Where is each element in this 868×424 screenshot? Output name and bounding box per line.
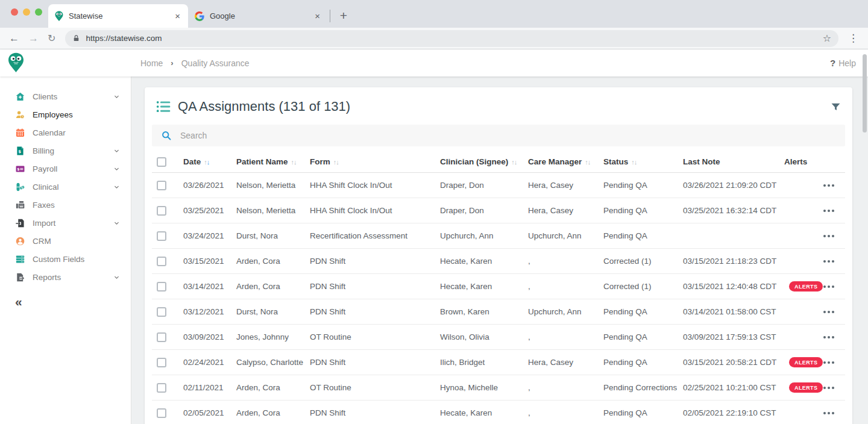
checkbox-icon[interactable] [157,332,166,342]
select-all-checkbox[interactable] [152,157,178,167]
reload-icon[interactable]: ↻ [48,34,55,43]
checkbox-icon[interactable] [157,257,166,266]
row-actions-button[interactable] [814,412,845,414]
sidebar-item-calendar[interactable]: Calendar [0,123,131,142]
column-header-form[interactable]: Form↑↓ [305,157,435,166]
row-checkbox[interactable] [152,332,178,342]
column-header-date[interactable]: Date↑↓ [178,157,231,166]
cell-last-note: 02/05/2021 22:19:10 CST [678,408,779,417]
sort-arrows-icon[interactable]: ↑↓ [585,158,590,166]
breadcrumb-home[interactable]: Home [140,58,163,68]
row-checkbox[interactable] [152,206,178,216]
window-maximize-button[interactable] [35,8,42,16]
tab-close-icon[interactable]: × [172,11,183,21]
back-icon[interactable]: ← [9,33,19,43]
row-checkbox[interactable] [152,307,178,317]
row-checkbox[interactable] [152,257,178,266]
row-actions-button[interactable] [814,184,845,187]
sidebar-item-clients[interactable]: Clients [0,87,131,105]
cell-patient: Arden, Cora [231,257,305,266]
checkbox-icon[interactable] [157,157,166,167]
bookmark-star-icon[interactable]: ☆ [823,33,831,44]
sidebar-item-faxes[interactable]: Faxes [0,196,131,214]
cell-care-manager: Upchurch, Ann [523,231,599,240]
cell-status: Pending QA [599,231,678,240]
row-actions-button[interactable] [814,361,845,364]
sidebar-item-clinical[interactable]: Clinical [0,178,131,196]
cell-form: PDN Shift [305,282,435,291]
filter-funnel-icon[interactable] [830,101,841,113]
cell-patient: Arden, Cora [231,408,305,417]
cell-patient: Nelson, Merietta [231,206,305,215]
sidebar-item-crm[interactable]: CRM [0,232,131,250]
row-actions-button[interactable] [814,210,845,212]
browser-tab-statewise[interactable]: Statewise × [48,4,188,28]
url-text: https://statewise.com [86,34,162,43]
table-row: 03/15/2021Arden, CoraPDN ShiftHecate, Ka… [152,249,845,274]
window-close-button[interactable] [11,8,18,16]
sort-arrows-icon[interactable]: ↑↓ [291,158,297,166]
sort-arrows-icon[interactable]: ↑↓ [204,158,209,166]
sidebar-item-custom-fields[interactable]: Custom Fields [0,250,131,268]
cell-clinician: Wilson, Olivia [435,332,523,341]
row-actions-button[interactable] [814,260,845,263]
row-checkbox[interactable] [152,181,178,190]
search-bar[interactable] [152,125,845,146]
row-actions-button[interactable] [814,311,845,313]
sidebar-item-billing[interactable]: $Billing [0,142,131,160]
checkbox-icon[interactable] [157,231,166,241]
checkbox-icon[interactable] [157,408,166,418]
window-minimize-button[interactable] [23,8,30,16]
checkbox-icon[interactable] [157,307,166,317]
column-header-patient-name[interactable]: Patient Name↑↓ [231,157,305,166]
cell-clinician: Upchurch, Ann [435,231,523,240]
row-actions-button[interactable] [814,285,845,288]
row-checkbox[interactable] [152,358,178,367]
checkbox-icon[interactable] [157,282,166,292]
row-actions-button[interactable] [814,336,845,338]
checkbox-icon[interactable] [157,206,166,216]
chevron-down-icon [113,166,120,172]
table-row: 02/24/2021Calypso, CharlottePDN ShiftIli… [152,350,845,375]
table-row: 03/26/2021Nelson, MeriettaHHA Shift Cloc… [152,173,845,198]
browser-tab-google[interactable]: Google × [188,4,328,28]
sort-arrows-icon[interactable]: ↑↓ [511,158,517,166]
column-header-care-manager[interactable]: Care Manager↑↓ [523,157,599,166]
row-actions-button[interactable] [814,387,845,389]
sidebar-item-reports[interactable]: Reports [0,268,131,286]
tab-close-icon[interactable]: × [312,11,323,21]
help-button[interactable]: ? Help [830,58,856,68]
question-mark-icon: ? [830,58,835,68]
cell-care-manager: , [523,408,599,417]
sidebar-item-payroll[interactable]: $Payroll [0,160,131,178]
card-header: QA Assignments (131 of 131) [145,87,852,121]
cell-status: Corrected (1) [599,257,678,266]
statewise-favicon-owl-icon [55,11,63,22]
forward-icon[interactable]: → [28,33,39,43]
row-checkbox[interactable] [152,408,178,418]
column-header-status[interactable]: Status↑↓ [599,157,678,166]
address-bar[interactable]: https://statewise.com ☆ [65,30,838,47]
column-header-clinician-signee[interactable]: Clinician (Signee)↑↓ [435,157,523,166]
row-actions-button[interactable] [814,235,845,237]
cell-clinician: Brown, Karen [435,307,523,316]
checkbox-icon[interactable] [157,181,166,190]
browser-menu-icon[interactable]: ⋮ [848,32,858,45]
checkbox-icon[interactable] [157,383,166,393]
row-checkbox[interactable] [152,282,178,292]
sort-arrows-icon[interactable]: ↑↓ [631,158,637,166]
sidebar-item-employees[interactable]: Employees [0,105,131,123]
row-checkbox[interactable] [152,383,178,393]
row-checkbox[interactable] [152,231,178,241]
page-scrollbar-thumb[interactable] [863,54,867,132]
new-tab-button[interactable]: + [335,7,353,25]
search-input[interactable] [180,131,836,140]
calendar-icon [15,128,25,138]
breadcrumb-current: Quality Assurance [181,58,250,68]
sort-arrows-icon[interactable]: ↑↓ [333,158,339,166]
cell-care-manager: Hera, Casey [523,206,599,215]
checkbox-icon[interactable] [157,358,166,367]
sidebar-collapse-button[interactable]: « [15,295,131,308]
sidebar-item-import[interactable]: Import [0,214,131,232]
sidebar-item-label: Billing [33,146,113,155]
